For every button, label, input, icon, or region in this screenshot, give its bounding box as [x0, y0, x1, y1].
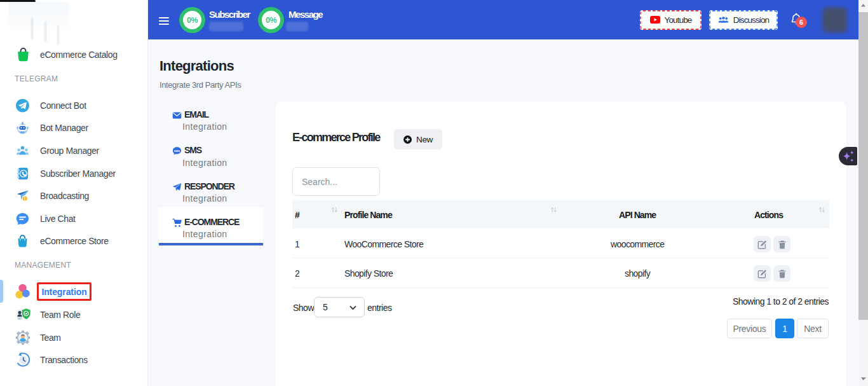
svg-text:SMS: SMS [174, 149, 180, 153]
